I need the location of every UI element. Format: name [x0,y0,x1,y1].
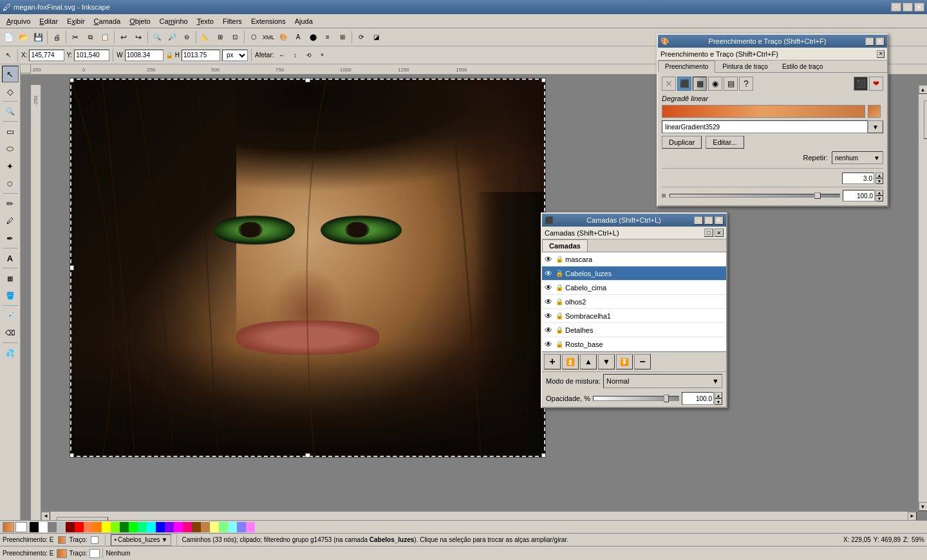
fill-pattern-btn[interactable]: ▤ [724,77,738,91]
unit-select[interactable]: px mm [222,50,248,61]
layers-close-btn[interactable]: ✕ [715,216,724,225]
zoom-fit-button[interactable]: 🔍 [150,30,164,44]
layer-eye-sombracelha1[interactable]: 👁 [545,312,554,321]
duplicate-btn[interactable]: Duplicar [662,136,702,149]
edit-btn[interactable]: Editar... [706,136,744,149]
tool-select[interactable]: ↖ [2,66,19,82]
layer-down-bottom-btn[interactable]: ⏬ [616,354,633,369]
text-format-button[interactable]: A [291,30,305,44]
palette-swatch[interactable] [210,522,219,532]
layer-selector[interactable]: • Cabelos_luzes ▼ [111,534,171,546]
xml-button[interactable]: XML [261,30,276,44]
menu-ajuda[interactable]: Ajuda [291,16,317,26]
fill-swatch-btn[interactable]: ? [739,77,753,91]
layers-min-btn[interactable]: − [694,216,703,225]
layer-row-cabelos-luzes[interactable]: 👁 🔒 Cabelos_luzes [542,266,726,281]
layer-up-top-btn[interactable]: ⏫ [562,354,579,369]
layers-spin-up[interactable]: ▲ [715,392,722,398]
layer-down-btn[interactable]: ▼ [598,354,615,369]
copy-button[interactable]: ⧉ [83,30,97,44]
layer-delete-btn[interactable]: − [634,354,651,369]
fill-none-btn[interactable]: ✕ [662,77,676,91]
transform-button[interactable]: ⬡ [247,30,261,44]
fill-radial-btn[interactable]: ◉ [708,77,722,91]
scroll-right-btn[interactable]: ► [908,512,917,521]
fill-stroke-button[interactable]: 🎨 [276,30,290,44]
spin-down-btn[interactable]: ▼ [876,178,883,184]
palette-swatch[interactable] [174,522,183,532]
palette-swatch[interactable] [75,522,84,532]
layers-spin-down[interactable]: ▼ [715,398,722,405]
afetar-btn3[interactable]: ⟲ [303,50,315,61]
menu-caminho[interactable]: Caminho [156,16,192,26]
minimize-button[interactable]: − [891,3,901,12]
opacity-track[interactable] [670,194,840,198]
tool-select-btn[interactable]: ↖ [3,50,14,61]
menu-filters[interactable]: Filters [219,16,246,26]
opacity-spin-up[interactable]: ▲ [876,190,883,196]
palette-swatch[interactable] [237,522,246,532]
layer-add-btn[interactable]: + [544,354,561,369]
menu-texto[interactable]: Texto [193,16,218,26]
tab-estilo[interactable]: Estilo de traço [775,61,830,72]
undo-button[interactable]: ↩ [117,30,131,44]
tool-eraser2[interactable]: ⌫ [2,324,19,341]
palette-swatch[interactable] [201,522,210,532]
y-input[interactable] [74,50,109,61]
swatch-button[interactable]: ⊞ [335,30,350,44]
layer-eye-cabelos[interactable]: 👁 [545,269,554,278]
menu-extensions[interactable]: Extensions [247,16,290,26]
fill-indicator[interactable] [3,522,14,532]
x-input[interactable] [29,50,64,61]
save-button[interactable]: 💾 [31,30,45,44]
tool-ellipse[interactable]: ⬭ [2,140,19,157]
layers-opacity-input[interactable] [682,392,714,405]
palette-swatch[interactable] [183,522,192,532]
layer-eye-olhos2[interactable]: 👁 [545,297,554,306]
tool-callig[interactable]: ✒ [2,230,19,247]
menu-objeto[interactable]: Objeto [126,16,154,26]
tab-preenchimento[interactable]: Preenchimento [658,61,715,73]
layer-row-detalhes[interactable]: 👁 🔒 Detalhes [542,323,726,337]
fill-linear-btn[interactable]: ▦ [693,77,707,91]
palette-swatch[interactable] [156,522,165,532]
palette-swatch[interactable] [111,522,120,532]
tool-zoom2[interactable]: 🔍 [2,103,19,120]
snap-button[interactable]: 📐 [198,30,212,44]
afetar-btn2[interactable]: ↕ [290,50,301,61]
scroll-down-btn[interactable]: ▼ [919,502,928,511]
fill-stroke-min-btn[interactable]: − [865,37,874,46]
canvas-image[interactable] [70,78,546,458]
palette-swatch[interactable] [147,522,156,532]
palette-swatch[interactable] [120,522,129,532]
layer-row-cabelo-cima[interactable]: 👁 🔒 Cabelo_cima [542,281,726,295]
scrollbar-vertical[interactable]: ▲ ▼ [918,85,927,511]
opacity-thumb[interactable] [814,192,821,199]
layer-eye-cabelo-cima[interactable]: 👁 [545,283,554,292]
tool-eyedrop2[interactable]: 💉 [2,307,19,324]
menu-arquivo[interactable]: Arquivo [3,16,34,26]
tab-pintura[interactable]: Pintura de traço [715,61,775,72]
fill-stroke-inner-close-btn[interactable]: ✕ [877,50,885,58]
scroll-left-btn[interactable]: ◄ [41,512,50,521]
tool-rect[interactable]: ▭ [2,123,19,140]
palette-swatch[interactable] [39,522,48,532]
maximize-button[interactable]: □ [903,3,913,12]
cut-button[interactable]: ✂ [68,30,82,44]
layer-row-mascara[interactable]: 👁 🔒 mascara [542,252,726,266]
mode-select[interactable]: Normal ▼ [603,374,722,388]
w-input[interactable] [125,50,164,61]
palette-swatch[interactable] [84,522,93,532]
scroll-up-btn[interactable]: ▲ [919,85,928,94]
palette-swatch[interactable] [57,522,66,532]
spinner-input[interactable]: 3.0 [842,173,874,184]
guide-button[interactable]: ⊡ [228,30,242,44]
opacity-input[interactable] [843,190,875,201]
redo-button[interactable]: ↪ [131,30,145,44]
fill-flat-btn[interactable]: ⬛ [677,77,691,91]
tool-fill2[interactable]: 🪣 [2,287,19,304]
layer-row-olhos2[interactable]: 👁 🔒 olhos2 [542,295,726,309]
grid-button[interactable]: ⊞ [213,30,227,44]
h-input[interactable] [182,50,220,61]
tool-text[interactable]: A [2,250,19,266]
